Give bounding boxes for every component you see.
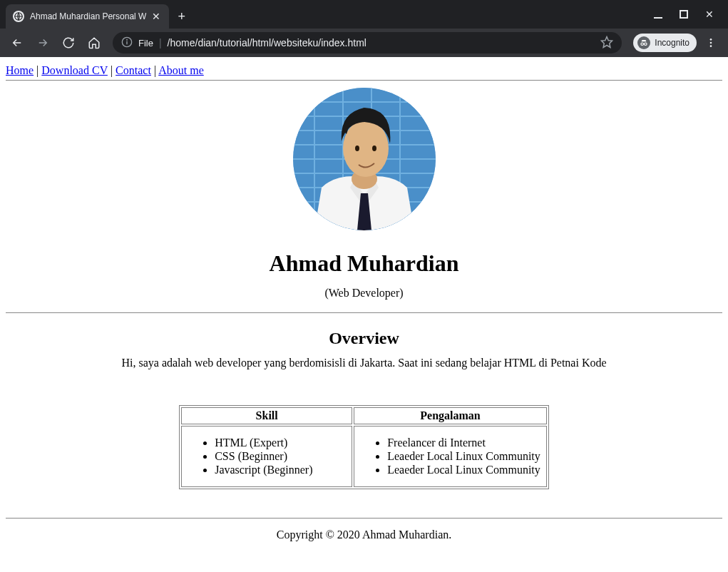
profile-name: Ahmad Muhardian	[6, 250, 722, 277]
table-header-row: Skill Pengalaman	[181, 407, 547, 424]
avatar	[293, 88, 436, 230]
table-cell-experience: Freelancer di Internet Leaeder Local Lin…	[354, 426, 547, 487]
divider	[6, 80, 722, 81]
skill-table-container: Skill Pengalaman HTML (Expert) CSS (Begi…	[6, 405, 722, 489]
info-icon	[121, 36, 133, 50]
list-item: Freelancer di Internet	[387, 436, 540, 449]
list-item: HTML (Expert)	[215, 436, 346, 449]
svg-point-28	[355, 145, 359, 151]
profile-role: (Web Developer)	[6, 287, 722, 300]
reload-button[interactable]	[57, 31, 80, 54]
toolbar: File | /home/dian/tutorial/html/websitek…	[0, 29, 728, 57]
svg-point-7	[641, 43, 644, 46]
nav-link-about-me[interactable]: About me	[158, 64, 204, 76]
nav-link-home[interactable]: Home	[6, 64, 34, 76]
nav-separator: |	[151, 64, 158, 76]
svg-point-8	[645, 43, 647, 46]
table-header-experience: Pengalaman	[354, 407, 547, 424]
kebab-menu-button[interactable]	[699, 31, 722, 54]
page-nav: Home | Download CV | Contact | About me	[6, 64, 722, 77]
window-close-button[interactable]: ✕	[699, 4, 719, 24]
nav-separator: |	[108, 64, 116, 76]
list-item: Javascript (Beginner)	[215, 464, 346, 476]
close-icon[interactable]: ✕	[152, 11, 160, 22]
svg-point-9	[710, 39, 712, 41]
url-divider: |	[159, 37, 162, 48]
svg-marker-6	[602, 36, 612, 47]
nav-link-download-cv[interactable]: Download CV	[41, 64, 108, 76]
avatar-container	[6, 88, 722, 233]
svg-point-27	[343, 120, 389, 177]
forward-button[interactable]	[31, 31, 54, 54]
divider	[6, 518, 722, 519]
window-controls: ✕	[648, 0, 728, 29]
list-item: CSS (Beginner)	[215, 450, 346, 463]
url-bar[interactable]: File | /home/dian/tutorial/html/websitek…	[113, 32, 622, 53]
svg-point-5	[127, 39, 128, 40]
table-header-skill: Skill	[181, 407, 352, 424]
tab-title: Ahmad Muhardian Personal W	[30, 11, 146, 21]
skill-table: Skill Pengalaman HTML (Expert) CSS (Begi…	[179, 405, 549, 489]
svg-point-11	[710, 45, 712, 47]
url-path: /home/dian/tutorial/html/websiteku/index…	[168, 37, 366, 48]
globe-icon	[13, 11, 24, 22]
incognito-label: Incognito	[655, 38, 689, 48]
list-item: Leaeder Local Linux Community	[387, 450, 540, 463]
browser-tab[interactable]: Ahmad Muhardian Personal W ✕	[6, 4, 169, 29]
browser-window: Ahmad Muhardian Personal W ✕ + ✕ File	[0, 0, 728, 572]
incognito-icon	[637, 36, 650, 49]
page-viewport[interactable]: Home | Download CV | Contact | About me	[0, 57, 728, 572]
svg-rect-1	[654, 17, 662, 19]
svg-point-10	[710, 42, 712, 44]
titlebar: Ahmad Muhardian Personal W ✕ + ✕	[0, 0, 728, 29]
svg-point-29	[372, 145, 376, 151]
maximize-button[interactable]	[674, 4, 694, 24]
nav-separator: |	[34, 64, 41, 76]
back-button[interactable]	[6, 31, 29, 54]
list-item: Leaeder Local Linux Community	[387, 464, 540, 476]
divider	[6, 312, 722, 313]
table-cell-skills: HTML (Expert) CSS (Beginner) Javascript …	[181, 426, 352, 487]
footer-copyright: Copyright © 2020 Ahmad Muhardian.	[6, 528, 722, 541]
minimize-button[interactable]	[648, 4, 668, 24]
overview-heading: Overview	[6, 329, 722, 348]
url-scheme: File	[138, 38, 153, 48]
overview-text: Hi, saya adalah web developer yang berdo…	[6, 357, 722, 369]
home-button[interactable]	[83, 31, 106, 54]
incognito-badge: Incognito	[633, 34, 697, 52]
nav-link-contact[interactable]: Contact	[116, 64, 151, 76]
table-row: HTML (Expert) CSS (Beginner) Javascript …	[181, 426, 547, 487]
new-tab-button[interactable]: +	[169, 4, 194, 29]
svg-rect-2	[680, 11, 687, 18]
bookmark-star-icon[interactable]	[600, 36, 613, 51]
